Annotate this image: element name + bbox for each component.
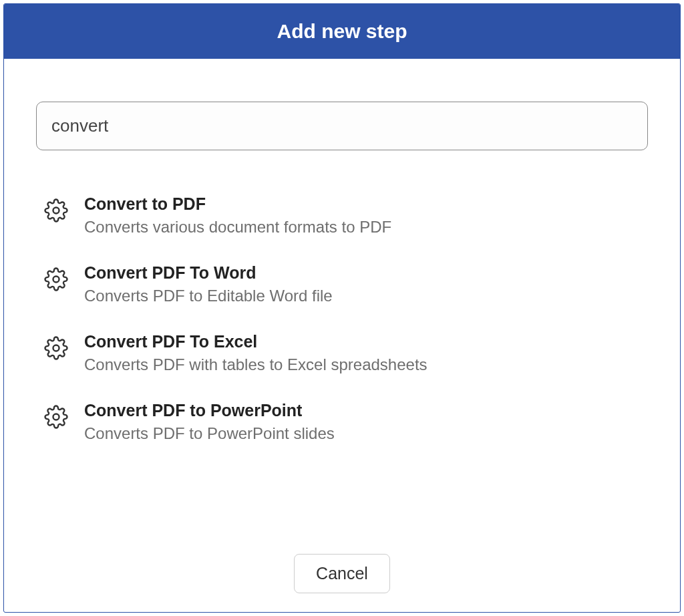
result-item[interactable]: Convert PDF To Excel Converts PDF with t… xyxy=(36,320,643,389)
gear-icon xyxy=(44,336,68,360)
result-description: Converts PDF to PowerPoint slides xyxy=(84,424,635,443)
result-description: Converts PDF to Editable Word file xyxy=(84,287,635,305)
dialog-footer: Cancel xyxy=(4,542,680,612)
svg-point-2 xyxy=(53,345,59,351)
result-item[interactable]: Convert PDF To Word Converts PDF to Edit… xyxy=(36,251,643,320)
svg-point-0 xyxy=(53,208,59,214)
result-title: Convert PDF to PowerPoint xyxy=(84,401,635,420)
result-text: Convert PDF To Word Converts PDF to Edit… xyxy=(84,263,635,305)
result-description: Converts various document formats to PDF xyxy=(84,218,635,237)
result-title: Convert PDF To Excel xyxy=(84,332,635,351)
result-description: Converts PDF with tables to Excel spread… xyxy=(84,355,635,374)
result-text: Convert PDF To Excel Converts PDF with t… xyxy=(84,332,635,374)
result-item[interactable]: Convert to PDF Converts various document… xyxy=(36,182,643,251)
svg-point-3 xyxy=(53,414,59,420)
gear-icon xyxy=(44,267,68,291)
dialog-body: Convert to PDF Converts various document… xyxy=(4,59,680,542)
svg-point-1 xyxy=(53,277,59,283)
dialog-title: Add new step xyxy=(4,4,680,59)
results-list[interactable]: Convert to PDF Converts various document… xyxy=(36,182,648,526)
search-input[interactable] xyxy=(36,102,648,150)
result-text: Convert PDF to PowerPoint Converts PDF t… xyxy=(84,401,635,443)
cancel-button[interactable]: Cancel xyxy=(294,554,390,593)
result-item[interactable]: Convert PDF to PowerPoint Converts PDF t… xyxy=(36,389,643,458)
gear-icon xyxy=(44,405,68,429)
result-title: Convert PDF To Word xyxy=(84,263,635,283)
result-title: Convert to PDF xyxy=(84,194,635,214)
result-text: Convert to PDF Converts various document… xyxy=(84,194,635,237)
gear-icon xyxy=(44,198,68,222)
add-step-dialog: Add new step Convert to PDF Converts var… xyxy=(3,3,681,613)
